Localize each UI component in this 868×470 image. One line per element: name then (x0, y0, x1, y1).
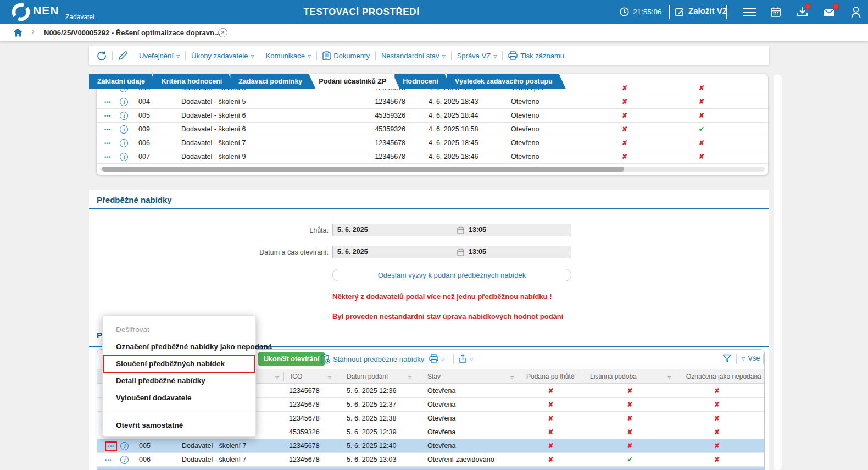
row-menu-button[interactable]: ••• (104, 136, 119, 150)
sort-icon[interactable]: ▽ (275, 370, 279, 385)
mark-oznacena-jako-nepodana: ✘ (677, 398, 756, 412)
pencil-icon (118, 51, 127, 60)
chevron-down-icon: ▽ (441, 356, 444, 362)
mark-oznacena-jako-nepodana: ✘ (677, 439, 756, 453)
row-menu-button[interactable]: ••• (105, 453, 121, 467)
menu-uverejneni[interactable]: Uveřejnění▽ (139, 52, 180, 60)
table-row[interactable]: ••• i (97, 467, 764, 470)
flag-mark-2: ✔ (685, 123, 718, 136)
finish-opening-button[interactable]: Ukončit otevírání (258, 352, 325, 366)
table-row[interactable]: ••• i 006 Dodavatel - školení 7 12345678… (97, 453, 764, 467)
row-info-button[interactable]: i (120, 453, 132, 467)
mark-oznacena-jako-nepodana: ✘ (677, 453, 756, 467)
breadcrumb-item[interactable]: N006/25/V00005292 - Řešení optimalizace … (44, 29, 220, 37)
flag-mark-2: ✘ (685, 95, 718, 109)
row-info-button[interactable]: i (120, 109, 132, 123)
export-button[interactable]: ▽ (459, 354, 473, 363)
supplier-ico: 12345678 (333, 150, 405, 164)
sort-icon[interactable]: ▽ (328, 370, 331, 385)
tab-zadavaci-podminky[interactable]: Zadávací podmínky (230, 74, 315, 89)
menu-item-oznaceni-nepodana[interactable]: Označení předběžné nabídky jako nepodaná (103, 340, 255, 353)
filter-all-select[interactable]: ▽ Vše (742, 354, 760, 362)
sort-icon[interactable]: ▽ (510, 370, 514, 385)
row-number: 007 (138, 150, 166, 164)
calendar-icon[interactable] (770, 7, 781, 18)
menu-item-desifrovat: Dešifrovat (103, 323, 255, 336)
sort-icon[interactable]: ▽ (408, 370, 411, 385)
horizontal-scrollbar-thumb[interactable] (102, 167, 624, 172)
row-info-button[interactable]: i (120, 150, 132, 164)
table-row[interactable]: ••• i 005 Dodavatel - školení 7 12345678… (97, 439, 764, 453)
column-divider (583, 372, 583, 381)
row-menu-button[interactable]: ••• (104, 95, 119, 109)
opening-field[interactable]: 5. 6. 2025 13:05 (332, 246, 571, 258)
edit-button[interactable] (118, 51, 127, 60)
tab-kriteria-hodnoceni[interactable]: Kritéria hodnocení (153, 74, 235, 89)
row-menu-button[interactable]: ••• (104, 123, 119, 136)
menu-item-otevrit-samostatne[interactable]: Otevřít samostatně (103, 419, 255, 432)
row-number: 005 (139, 439, 166, 453)
menu-item-detail-nabidky[interactable]: Detail předběžné nabídky (103, 374, 255, 388)
menu-dokumenty[interactable]: Dokumenty (322, 51, 370, 60)
menu-ukony-zadavatele[interactable]: Úkony zadavatele▽ (191, 52, 254, 60)
opening-date-value: 5. 6. 2025 (337, 248, 368, 256)
sort-icon[interactable]: ▽ (667, 370, 671, 385)
menu-nestandardni-stav[interactable]: Nestandardní stav▽ (381, 52, 446, 60)
tab-vysledek[interactable]: Výsledek zadávacího postupu (447, 74, 566, 89)
print-table-button[interactable]: ▽ (429, 354, 444, 363)
send-call-button[interactable]: Odeslání výzvy k podání předběžných nabí… (332, 269, 571, 281)
table-row[interactable]: ••• i 005 Dodavatel - školení 6 45359326… (97, 109, 768, 123)
vertical-scrollbar[interactable] (774, 74, 782, 470)
separator (260, 51, 260, 60)
tab-hodnoceni[interactable]: Hodnocení (394, 74, 452, 89)
user-profile-icon[interactable] (850, 6, 861, 18)
download-bids-button[interactable]: Stáhnout předběžné nabídky (321, 354, 424, 364)
mark-listinna-podoba: ✘ (582, 398, 677, 412)
table-row[interactable]: ••• i 004 Dodavatel - školení 5 12345678… (97, 95, 768, 109)
bid-status: Otevřena (427, 412, 515, 425)
deadline-field[interactable]: 5. 6. 2025 13:05 (332, 224, 571, 236)
supplier-name: Dodavatel - školení 6 (181, 109, 330, 123)
new-vz-icon[interactable] (675, 7, 685, 17)
main-menu-icon[interactable] (743, 8, 756, 16)
tab-zakladni-udaje[interactable]: Základní údaje (89, 74, 158, 89)
supplier-ico: 12345678 (289, 412, 338, 425)
row-menu-button[interactable]: ••• (104, 150, 119, 164)
row-menu-button[interactable]: ••• (104, 109, 119, 123)
separator (763, 354, 764, 364)
print-record-button[interactable]: Tisk záznamu (508, 51, 564, 60)
row-menu-button[interactable]: ••• (105, 439, 121, 453)
row-info-button[interactable]: i (120, 467, 132, 470)
supplier-ico: 12345678 (289, 398, 338, 412)
filter-funnel-icon (722, 354, 732, 363)
row-info-button[interactable]: i (120, 136, 132, 150)
mark-listinna-podoba: ✘ (582, 412, 677, 425)
col-header-listinna-podoba: Listinná podoba (590, 369, 637, 384)
chevron-down-icon: ▽ (470, 356, 473, 362)
submission-datetime: 4. 6. 2025 18:43 (429, 95, 500, 109)
row-menu-button[interactable]: ••• (105, 467, 121, 470)
table-row[interactable]: ••• i 007 Dodavatel - školení 9 12345678… (97, 150, 768, 164)
submission-status: Otevřeno (511, 95, 599, 109)
filter-button[interactable] (722, 354, 732, 363)
mark-podana-po-lhute: ✘ (519, 439, 582, 453)
row-info-button[interactable]: i (120, 439, 132, 453)
column-divider (419, 372, 419, 381)
row-info-button[interactable]: i (120, 95, 132, 109)
menu-komunikace[interactable]: Komunikace▽ (266, 52, 311, 60)
menu-item-vylouceni-dodavatele[interactable]: Vyloučení dodavatele (103, 391, 255, 405)
info-icon: i (120, 153, 128, 161)
close-tab-icon[interactable]: ✕ (218, 28, 227, 37)
home-icon[interactable] (13, 28, 23, 37)
sort-icon[interactable]: ▽ (571, 370, 574, 385)
row-info-button[interactable]: i (120, 123, 132, 136)
new-vz-button[interactable]: Založit VZ (688, 6, 727, 15)
mark-oznacena-jako-nepodana: ✘ (677, 425, 756, 439)
menu-sprava-vz[interactable]: Správa VZ▽ (457, 52, 497, 60)
messages-icon[interactable] (823, 8, 835, 16)
table-row[interactable]: ••• i 009 Dodavatel - školení 6 45359326… (97, 123, 768, 136)
tab-podani-ucastniku-zp[interactable]: Podání účastníků ZP (310, 74, 399, 89)
table-row[interactable]: ••• i 006 Dodavatel - školení 7 12345678… (97, 136, 768, 150)
sort-icon[interactable]: ▽ (754, 370, 758, 385)
refresh-button[interactable] (97, 51, 107, 60)
